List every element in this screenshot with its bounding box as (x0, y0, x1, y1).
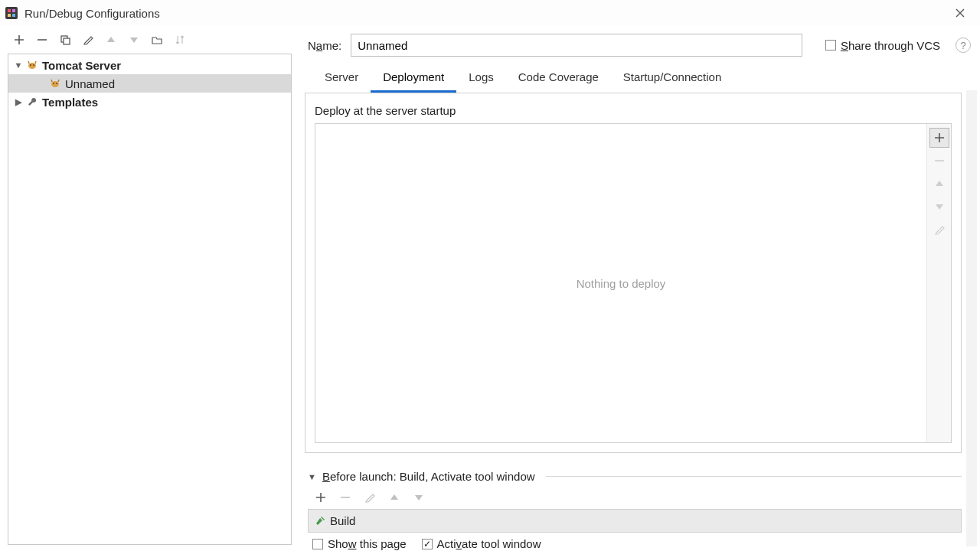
folder-button[interactable] (149, 31, 165, 48)
name-label: Name: (308, 39, 341, 52)
move-up-button (103, 31, 119, 48)
deployment-panel: Deploy at the server startup Nothing to … (305, 93, 962, 453)
activate-tool-window-checkbox[interactable]: ✓ Activate tool window (422, 537, 541, 550)
svg-point-10 (51, 81, 59, 87)
bl-item-label: Build (330, 514, 355, 527)
copy-config-button[interactable] (57, 31, 74, 48)
svg-point-7 (28, 63, 36, 69)
svg-rect-3 (8, 14, 11, 17)
tab-server[interactable]: Server (312, 64, 371, 93)
svg-rect-6 (64, 38, 70, 44)
bl-item-build[interactable]: Build (309, 510, 961, 532)
before-launch-toolbar (312, 489, 962, 506)
bl-up-button (386, 489, 403, 506)
tab-deployment[interactable]: Deployment (371, 64, 456, 93)
svg-point-11 (53, 83, 54, 84)
tree-node-unnamed[interactable]: Unnamed (8, 74, 291, 93)
vertical-scrollbar[interactable] (966, 90, 977, 546)
svg-point-8 (30, 64, 31, 66)
before-launch-header[interactable]: ▼ Before launch: Build, Activate tool wi… (308, 470, 962, 483)
share-vcs-checkbox[interactable]: Share through VCS (825, 39, 940, 52)
edit-defaults-button[interactable] (80, 31, 96, 48)
deploy-list[interactable]: Nothing to deploy (315, 124, 926, 442)
deploy-section-label: Deploy at the server startup (315, 104, 952, 117)
deploy-side-toolbar (926, 124, 951, 442)
svg-rect-2 (12, 9, 15, 12)
tab-code-coverage[interactable]: Code Coverage (506, 64, 611, 93)
bl-edit-button (361, 489, 378, 506)
svg-rect-0 (5, 7, 18, 19)
tree-node-templates[interactable]: ▶ Templates (8, 93, 291, 111)
tomcat-icon (48, 78, 62, 89)
tabbar: Server Deployment Logs Code Coverage Sta… (305, 64, 962, 93)
svg-point-9 (33, 64, 34, 66)
tomcat-icon (25, 60, 39, 70)
tree-node-tomcat-server[interactable]: ▼ Tomcat Server (8, 56, 291, 74)
config-tree[interactable]: ▼ Tomcat Server Unnamed ▶ Templates (8, 54, 292, 545)
close-button[interactable] (945, 2, 975, 24)
tree-label: Tomcat Server (42, 59, 121, 72)
tab-startup-connection[interactable]: Startup/Connection (611, 64, 733, 93)
tab-logs[interactable]: Logs (456, 64, 506, 93)
before-launch-checks: Show this page ✓ Activate tool window (312, 537, 962, 550)
tree-label: Unnamed (65, 77, 115, 90)
svg-point-12 (56, 83, 57, 84)
app-icon (5, 6, 18, 20)
bl-add-button[interactable] (312, 489, 329, 506)
before-launch-list[interactable]: Build (308, 509, 962, 533)
svg-rect-4 (12, 14, 15, 17)
window-title: Run/Debug Configurations (24, 7, 945, 20)
svg-rect-1 (8, 9, 11, 12)
remove-config-button[interactable] (34, 31, 51, 48)
expand-icon[interactable]: ▼ (13, 60, 24, 70)
tree-label: Templates (42, 96, 98, 109)
collapse-icon[interactable]: ▼ (308, 472, 316, 481)
left-pane: ▼ Tomcat Server Unnamed ▶ Templates (0, 26, 299, 551)
help-button[interactable]: ? (956, 37, 971, 53)
deploy-down-button (930, 197, 949, 216)
sort-button (172, 31, 188, 48)
deploy-empty-text: Nothing to deploy (577, 277, 666, 290)
deploy-edit-button (930, 220, 949, 239)
move-down-button (126, 31, 142, 48)
bl-remove-button (337, 489, 354, 506)
expand-icon[interactable]: ▶ (13, 97, 24, 107)
name-input[interactable] (351, 34, 802, 57)
wrench-icon (25, 96, 39, 107)
name-row: Name: Share through VCS ? (305, 31, 980, 64)
bl-down-button (410, 489, 427, 506)
content: ▼ Tomcat Server Unnamed ▶ Templates Name… (0, 26, 980, 551)
deploy-add-button[interactable] (930, 129, 949, 147)
hammer-icon (315, 516, 325, 527)
divider (546, 476, 962, 477)
before-launch-section: ▼ Before launch: Build, Activate tool wi… (308, 470, 962, 550)
deploy-up-button (930, 174, 949, 193)
show-this-page-checkbox[interactable]: Show this page (312, 537, 407, 550)
deploy-remove-button (930, 152, 949, 170)
titlebar: Run/Debug Configurations (0, 0, 980, 26)
tree-toolbar (0, 26, 298, 54)
right-pane: Name: Share through VCS ? Server Deploym… (299, 26, 980, 551)
add-config-button[interactable] (11, 31, 28, 48)
deploy-box: Nothing to deploy (315, 123, 952, 443)
